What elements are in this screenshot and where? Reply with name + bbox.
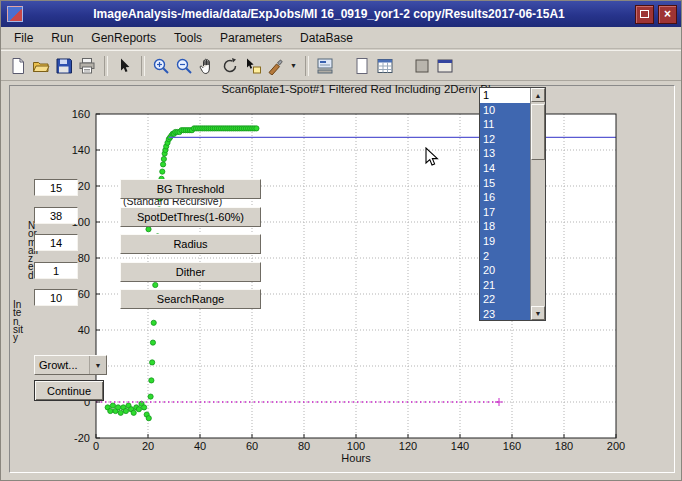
search-range-button[interactable]: SearchRange — [120, 289, 261, 309]
chevron-down-icon[interactable]: ▼ — [89, 356, 106, 374]
spot-list-item[interactable]: 23 — [480, 307, 530, 320]
toolbar-separator — [141, 56, 145, 76]
data-cursor-icon[interactable] — [242, 54, 264, 78]
dither-button[interactable]: Dither — [120, 262, 261, 282]
spot-list-item[interactable]: 12 — [480, 132, 530, 147]
data-table-icon[interactable] — [374, 54, 396, 78]
filled-square-icon[interactable] — [411, 54, 433, 78]
spot-list-item[interactable]: 2 — [480, 249, 530, 264]
zoom-in-icon[interactable] — [150, 54, 172, 78]
spot-list-item[interactable]: 13 — [480, 146, 530, 161]
window-title: ImageAnalysis-/media/data/ExpJobs/MI 16_… — [23, 7, 635, 21]
open-folder-icon[interactable] — [30, 54, 52, 78]
toolbar: ▼ — [1, 50, 681, 81]
menu-run[interactable]: Run — [42, 29, 82, 47]
spot-list-item[interactable]: 14 — [480, 161, 530, 176]
toolbar-separator — [305, 56, 309, 76]
spot-list-item[interactable]: 1 — [480, 88, 530, 103]
spot-list-item[interactable]: 15 — [480, 176, 530, 191]
close-icon: × — [664, 8, 671, 20]
radius-input[interactable] — [34, 234, 78, 251]
scrollbar-thumb[interactable] — [531, 104, 545, 160]
menu-file[interactable]: File — [5, 29, 42, 47]
menu-tools[interactable]: Tools — [165, 29, 211, 47]
new-document-icon[interactable] — [7, 54, 29, 78]
spot-list-item[interactable]: 17 — [480, 205, 530, 220]
spot-list-item[interactable]: 11 — [480, 117, 530, 132]
rotate-3d-icon[interactable] — [219, 54, 241, 78]
chevron-down-icon: ▼ — [290, 62, 297, 69]
spot-list-items: 110111213141516171819220212223 — [480, 88, 530, 320]
dither-input[interactable] — [34, 262, 78, 279]
menu-bar: File Run GenReports Tools Parameters Dat… — [1, 27, 681, 49]
brush-dropdown-arrow[interactable]: ▼ — [288, 54, 299, 78]
title-bar[interactable]: ImageAnalysis-/media/data/ExpJobs/MI 16_… — [1, 1, 681, 27]
brush-tool-icon[interactable] — [265, 54, 287, 78]
scroll-up-icon[interactable]: ▲ — [531, 88, 545, 102]
growth-mode-dropdown[interactable]: Growt... ▼ — [34, 355, 107, 375]
spot-list-item[interactable]: 19 — [480, 234, 530, 249]
search-range-input[interactable] — [34, 289, 78, 306]
spot-det-thres-input[interactable] — [34, 207, 78, 224]
app-icon — [7, 6, 23, 22]
menu-database[interactable]: DataBase — [291, 29, 362, 47]
bg-threshold-button[interactable]: BG Threshold — [120, 179, 261, 199]
pan-tool-icon[interactable] — [196, 54, 218, 78]
zoom-out-icon[interactable] — [173, 54, 195, 78]
print-report-icon[interactable] — [314, 54, 336, 78]
blank-page-icon[interactable] — [351, 54, 373, 78]
application-window: ImageAnalysis-/media/data/ExpJobs/MI 16_… — [0, 0, 682, 481]
menu-parameters[interactable]: Parameters — [211, 29, 291, 47]
scroll-down-icon[interactable]: ▼ — [531, 306, 545, 320]
print-icon[interactable] — [76, 54, 98, 78]
spot-list-scrollbar[interactable]: ▲ ▼ — [530, 88, 545, 320]
spot-number-list: 110111213141516171819220212223 ▲ ▼ — [479, 87, 546, 321]
spot-list-item[interactable]: 21 — [480, 278, 530, 293]
dock-window-icon[interactable] — [434, 54, 456, 78]
close-button[interactable]: × — [658, 5, 677, 24]
y-axis-label-line2: Intensity — [13, 301, 23, 342]
spot-list-item[interactable]: 18 — [480, 219, 530, 234]
menu-genreports[interactable]: GenReports — [82, 29, 165, 47]
bg-threshold-input[interactable] — [34, 179, 78, 196]
spot-list-item[interactable]: 22 — [480, 292, 530, 307]
pointer-tool-icon[interactable] — [113, 54, 135, 78]
continue-button[interactable]: Continue — [34, 380, 104, 401]
toolbar-separator — [104, 56, 108, 76]
maximize-icon — [640, 10, 649, 18]
spot-list-item[interactable]: 10 — [480, 103, 530, 118]
growth-mode-value: Growt... — [35, 359, 89, 371]
radius-button[interactable]: Radius — [120, 234, 261, 254]
spot-list-item[interactable]: 16 — [480, 190, 530, 205]
save-icon[interactable] — [53, 54, 75, 78]
spot-det-thres-button[interactable]: SpotDetThres(1-60%) — [120, 207, 261, 227]
maximize-button[interactable] — [635, 5, 654, 24]
spot-list-item[interactable]: 20 — [480, 263, 530, 278]
figure-panel — [9, 85, 675, 473]
